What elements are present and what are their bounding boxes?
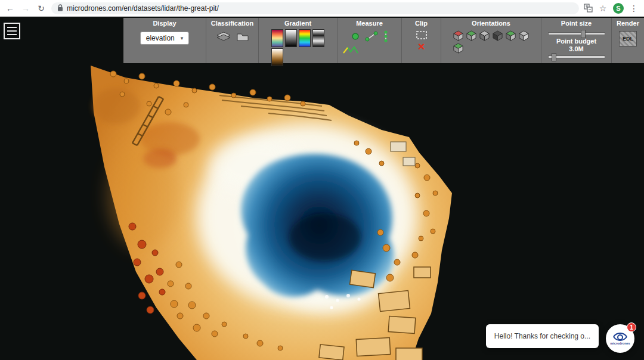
gradient-section-title: Gradient (284, 20, 311, 27)
gradient-swatch-grayscale[interactable] (285, 29, 297, 47)
profile-measure-icon[interactable] (342, 45, 359, 55)
orientation-cube-icon[interactable] (479, 30, 490, 41)
toolbar-section-points: Point size Point budget 3.0M (541, 18, 611, 63)
toolbar-section-measure: Measure (337, 18, 401, 63)
orientation-cube-icon[interactable] (505, 30, 516, 41)
height-measure-icon[interactable] (383, 30, 389, 42)
address-bar[interactable]: microdrones.com/en/datasets/lidar/the-gr… (51, 2, 579, 14)
chat-message-text: Hello! Thanks for checking o... (494, 332, 590, 340)
classification-section-title: Classification (211, 20, 254, 27)
gradient-swatch-contour[interactable] (312, 29, 324, 47)
back-icon[interactable]: ← (5, 4, 16, 13)
toolbar-section-clip: Clip × (401, 18, 441, 63)
toolbar-section-orientations: Orientations (441, 18, 541, 63)
classification-layers-icon[interactable] (216, 30, 231, 42)
point-budget-slider[interactable] (548, 55, 605, 58)
microdrones-brand-text: microdrones (610, 342, 630, 345)
orientation-cube-icon[interactable] (453, 42, 464, 54)
sidebar-toggle-button[interactable] (4, 23, 20, 39)
orientation-cube-icon[interactable] (518, 30, 530, 41)
gradient-swatch-spectral[interactable] (271, 29, 283, 47)
viewer-toolbar: Display elevation ▾ Classification (123, 18, 644, 63)
chat-notification-badge: 1 (627, 322, 636, 332)
orientation-cube-icon[interactable] (466, 30, 477, 41)
point-size-slider-handle[interactable] (581, 30, 586, 38)
profile-avatar[interactable]: S (613, 3, 624, 14)
remove-clip-icon[interactable]: × (418, 42, 425, 51)
clip-volume-icon[interactable] (415, 30, 428, 41)
point-budget-slider-handle[interactable] (552, 53, 556, 61)
chat-launcher-button[interactable]: microdrones 1 (606, 324, 634, 353)
clip-section-title: Clip (415, 20, 428, 27)
gradient-swatch-rainbow[interactable] (299, 29, 311, 47)
measure-section-title: Measure (356, 20, 383, 27)
page: ← → ↻ microdrones.com/en/datasets/lidar/… (0, 0, 644, 360)
toolbar-section-gradient: Gradient (258, 18, 337, 63)
gradient-swatch-row (271, 29, 324, 47)
bookmark-star-icon[interactable]: ☆ (597, 4, 608, 13)
pointcloud-viewer: Display elevation ▾ Classification (0, 17, 644, 360)
render-section-title: Render (617, 20, 639, 27)
orientation-cube-row (453, 30, 530, 41)
refresh-icon[interactable]: ↻ (36, 4, 47, 13)
point-budget-value: 3.0M (569, 45, 583, 53)
forward-icon[interactable]: → (20, 4, 31, 13)
orientations-section-title: Orientations (472, 20, 510, 27)
orientation-cube-row-2 (453, 42, 530, 54)
browser-chrome: ← → ↻ microdrones.com/en/datasets/lidar/… (0, 0, 644, 17)
orientation-cube-icon[interactable] (453, 30, 464, 41)
microdrones-logo-icon (612, 333, 628, 341)
classification-folder-icon[interactable] (236, 32, 249, 42)
gradient-swatch-row-2 (271, 48, 324, 66)
point-size-title: Point size (561, 20, 592, 27)
translate-icon[interactable] (584, 4, 593, 13)
edl-render-button[interactable]: EDL (619, 31, 637, 46)
toolbar-section-render: Render EDL (611, 18, 644, 63)
gradient-swatch-elevation-brown[interactable] (271, 48, 283, 66)
point-cloud-canvas[interactable] (0, 17, 644, 360)
chat-message-bubble[interactable]: Hello! Thanks for checking o... (486, 324, 599, 348)
lock-icon (57, 4, 63, 12)
display-section-title: Display (153, 20, 176, 27)
point-size-slider[interactable] (548, 32, 605, 35)
point-measure-icon[interactable] (351, 31, 360, 42)
caret-down-icon: ▾ (181, 35, 184, 41)
edl-label: EDL (623, 36, 633, 42)
display-mode-value: elevation (146, 34, 175, 42)
toolbar-section-classification: Classification (206, 18, 258, 63)
toolbar-section-display: Display elevation ▾ (123, 18, 206, 63)
url-text: microdrones.com/en/datasets/lidar/the-gr… (67, 4, 219, 13)
distance-measure-icon[interactable] (365, 31, 378, 42)
browser-menu-icon[interactable]: ⋮ (628, 4, 639, 13)
point-budget-title: Point budget (556, 38, 596, 45)
orientation-cube-icon[interactable] (492, 30, 503, 41)
display-mode-select[interactable]: elevation ▾ (140, 32, 190, 45)
